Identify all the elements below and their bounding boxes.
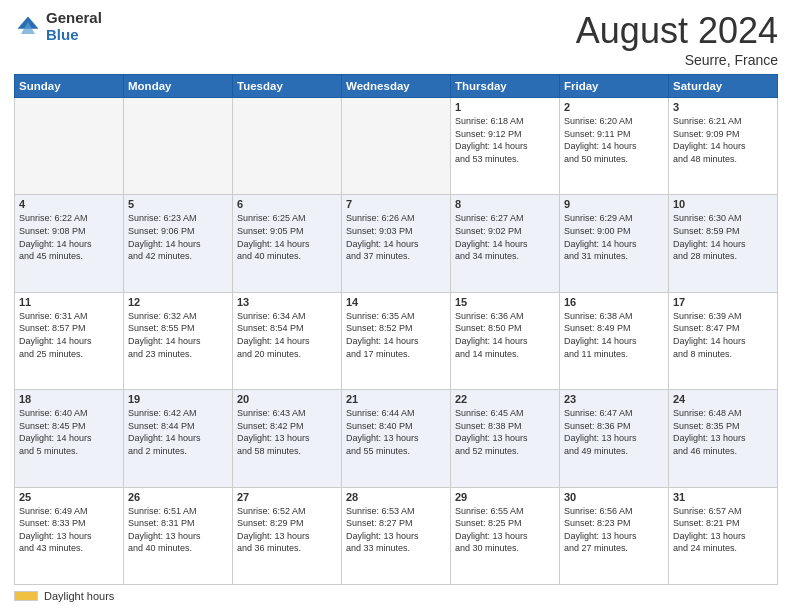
calendar-day: 20Sunrise: 6:43 AM Sunset: 8:42 PM Dayli…	[233, 390, 342, 487]
col-saturday: Saturday	[669, 75, 778, 98]
day-info: Sunrise: 6:20 AM Sunset: 9:11 PM Dayligh…	[564, 115, 664, 165]
day-number: 31	[673, 491, 773, 503]
logo-text: General Blue	[46, 10, 102, 43]
day-info: Sunrise: 6:30 AM Sunset: 8:59 PM Dayligh…	[673, 212, 773, 262]
day-info: Sunrise: 6:56 AM Sunset: 8:23 PM Dayligh…	[564, 505, 664, 555]
calendar-day: 31Sunrise: 6:57 AM Sunset: 8:21 PM Dayli…	[669, 487, 778, 584]
calendar-week-4: 18Sunrise: 6:40 AM Sunset: 8:45 PM Dayli…	[15, 390, 778, 487]
day-info: Sunrise: 6:21 AM Sunset: 9:09 PM Dayligh…	[673, 115, 773, 165]
calendar-day: 16Sunrise: 6:38 AM Sunset: 8:49 PM Dayli…	[560, 292, 669, 389]
calendar-table: Sunday Monday Tuesday Wednesday Thursday…	[14, 74, 778, 585]
calendar-day: 6Sunrise: 6:25 AM Sunset: 9:05 PM Daylig…	[233, 195, 342, 292]
day-info: Sunrise: 6:52 AM Sunset: 8:29 PM Dayligh…	[237, 505, 337, 555]
day-info: Sunrise: 6:47 AM Sunset: 8:36 PM Dayligh…	[564, 407, 664, 457]
header-right: August 2024 Seurre, France	[576, 10, 778, 68]
day-number: 16	[564, 296, 664, 308]
logo-icon	[14, 13, 42, 41]
col-monday: Monday	[124, 75, 233, 98]
day-number: 26	[128, 491, 228, 503]
calendar-day: 2Sunrise: 6:20 AM Sunset: 9:11 PM Daylig…	[560, 98, 669, 195]
calendar-day: 10Sunrise: 6:30 AM Sunset: 8:59 PM Dayli…	[669, 195, 778, 292]
col-thursday: Thursday	[451, 75, 560, 98]
calendar-day	[342, 98, 451, 195]
day-number: 19	[128, 393, 228, 405]
logo-general: General	[46, 10, 102, 27]
day-info: Sunrise: 6:38 AM Sunset: 8:49 PM Dayligh…	[564, 310, 664, 360]
day-info: Sunrise: 6:40 AM Sunset: 8:45 PM Dayligh…	[19, 407, 119, 457]
day-info: Sunrise: 6:45 AM Sunset: 8:38 PM Dayligh…	[455, 407, 555, 457]
day-number: 30	[564, 491, 664, 503]
calendar-day: 23Sunrise: 6:47 AM Sunset: 8:36 PM Dayli…	[560, 390, 669, 487]
day-number: 24	[673, 393, 773, 405]
col-tuesday: Tuesday	[233, 75, 342, 98]
calendar-day: 8Sunrise: 6:27 AM Sunset: 9:02 PM Daylig…	[451, 195, 560, 292]
calendar-day	[233, 98, 342, 195]
calendar-week-1: 1Sunrise: 6:18 AM Sunset: 9:12 PM Daylig…	[15, 98, 778, 195]
calendar-day: 25Sunrise: 6:49 AM Sunset: 8:33 PM Dayli…	[15, 487, 124, 584]
day-info: Sunrise: 6:53 AM Sunset: 8:27 PM Dayligh…	[346, 505, 446, 555]
legend-label: Daylight hours	[44, 590, 114, 602]
calendar-day: 12Sunrise: 6:32 AM Sunset: 8:55 PM Dayli…	[124, 292, 233, 389]
legend-bar	[14, 591, 38, 601]
location: Seurre, France	[576, 52, 778, 68]
day-info: Sunrise: 6:34 AM Sunset: 8:54 PM Dayligh…	[237, 310, 337, 360]
day-number: 25	[19, 491, 119, 503]
day-info: Sunrise: 6:31 AM Sunset: 8:57 PM Dayligh…	[19, 310, 119, 360]
col-friday: Friday	[560, 75, 669, 98]
calendar-day: 26Sunrise: 6:51 AM Sunset: 8:31 PM Dayli…	[124, 487, 233, 584]
day-number: 11	[19, 296, 119, 308]
col-wednesday: Wednesday	[342, 75, 451, 98]
day-info: Sunrise: 6:57 AM Sunset: 8:21 PM Dayligh…	[673, 505, 773, 555]
day-number: 20	[237, 393, 337, 405]
day-info: Sunrise: 6:18 AM Sunset: 9:12 PM Dayligh…	[455, 115, 555, 165]
calendar-day: 24Sunrise: 6:48 AM Sunset: 8:35 PM Dayli…	[669, 390, 778, 487]
day-number: 28	[346, 491, 446, 503]
day-info: Sunrise: 6:23 AM Sunset: 9:06 PM Dayligh…	[128, 212, 228, 262]
calendar-day: 29Sunrise: 6:55 AM Sunset: 8:25 PM Dayli…	[451, 487, 560, 584]
footer: Daylight hours	[14, 590, 778, 602]
day-info: Sunrise: 6:29 AM Sunset: 9:00 PM Dayligh…	[564, 212, 664, 262]
calendar-day: 5Sunrise: 6:23 AM Sunset: 9:06 PM Daylig…	[124, 195, 233, 292]
day-number: 17	[673, 296, 773, 308]
day-info: Sunrise: 6:39 AM Sunset: 8:47 PM Dayligh…	[673, 310, 773, 360]
day-info: Sunrise: 6:42 AM Sunset: 8:44 PM Dayligh…	[128, 407, 228, 457]
calendar-day: 11Sunrise: 6:31 AM Sunset: 8:57 PM Dayli…	[15, 292, 124, 389]
day-number: 10	[673, 198, 773, 210]
calendar-day: 28Sunrise: 6:53 AM Sunset: 8:27 PM Dayli…	[342, 487, 451, 584]
day-info: Sunrise: 6:44 AM Sunset: 8:40 PM Dayligh…	[346, 407, 446, 457]
col-sunday: Sunday	[15, 75, 124, 98]
calendar-week-3: 11Sunrise: 6:31 AM Sunset: 8:57 PM Dayli…	[15, 292, 778, 389]
day-number: 23	[564, 393, 664, 405]
day-info: Sunrise: 6:51 AM Sunset: 8:31 PM Dayligh…	[128, 505, 228, 555]
calendar-day: 18Sunrise: 6:40 AM Sunset: 8:45 PM Dayli…	[15, 390, 124, 487]
day-number: 21	[346, 393, 446, 405]
day-number: 13	[237, 296, 337, 308]
calendar-day: 15Sunrise: 6:36 AM Sunset: 8:50 PM Dayli…	[451, 292, 560, 389]
day-number: 6	[237, 198, 337, 210]
day-number: 1	[455, 101, 555, 113]
day-number: 14	[346, 296, 446, 308]
calendar-day: 22Sunrise: 6:45 AM Sunset: 8:38 PM Dayli…	[451, 390, 560, 487]
day-info: Sunrise: 6:25 AM Sunset: 9:05 PM Dayligh…	[237, 212, 337, 262]
day-number: 2	[564, 101, 664, 113]
day-number: 3	[673, 101, 773, 113]
day-number: 8	[455, 198, 555, 210]
day-number: 29	[455, 491, 555, 503]
day-info: Sunrise: 6:36 AM Sunset: 8:50 PM Dayligh…	[455, 310, 555, 360]
calendar-day: 4Sunrise: 6:22 AM Sunset: 9:08 PM Daylig…	[15, 195, 124, 292]
day-info: Sunrise: 6:27 AM Sunset: 9:02 PM Dayligh…	[455, 212, 555, 262]
day-number: 9	[564, 198, 664, 210]
calendar-day: 21Sunrise: 6:44 AM Sunset: 8:40 PM Dayli…	[342, 390, 451, 487]
calendar-day: 14Sunrise: 6:35 AM Sunset: 8:52 PM Dayli…	[342, 292, 451, 389]
logo-blue: Blue	[46, 27, 102, 44]
calendar-day: 30Sunrise: 6:56 AM Sunset: 8:23 PM Dayli…	[560, 487, 669, 584]
calendar-day: 9Sunrise: 6:29 AM Sunset: 9:00 PM Daylig…	[560, 195, 669, 292]
calendar-day: 13Sunrise: 6:34 AM Sunset: 8:54 PM Dayli…	[233, 292, 342, 389]
day-info: Sunrise: 6:49 AM Sunset: 8:33 PM Dayligh…	[19, 505, 119, 555]
calendar-day: 3Sunrise: 6:21 AM Sunset: 9:09 PM Daylig…	[669, 98, 778, 195]
logo: General Blue	[14, 10, 102, 43]
day-number: 15	[455, 296, 555, 308]
day-number: 12	[128, 296, 228, 308]
footer-legend: Daylight hours	[14, 590, 778, 602]
page: General Blue August 2024 Seurre, France …	[0, 0, 792, 612]
